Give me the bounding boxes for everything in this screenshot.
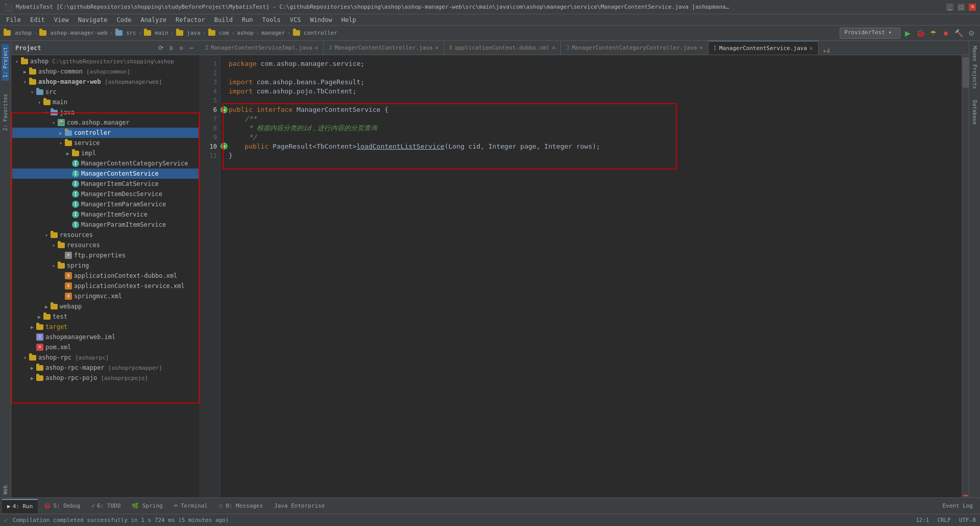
tree-item-springmvc-xml[interactable]: ▶ X springmvc.xml — [11, 291, 200, 301]
database-tab[interactable]: Database — [971, 97, 978, 128]
bottom-tab-spring[interactable]: 🌿 Spring — [127, 499, 167, 513]
tree-item-service[interactable]: ▾ service — [11, 138, 200, 148]
tree-item-mip-service[interactable]: ▶ I ManagerItemParamService — [11, 199, 200, 209]
tab-mc-service[interactable]: I ManagerContentService.java ✕ — [708, 41, 819, 55]
code-line-10: public PageResult<TbContent> loadContent… — [229, 142, 962, 151]
menu-tools[interactable]: Tools — [258, 15, 285, 25]
tab-service-impl[interactable]: I ManagerContentServiceImpl.java ✕ — [200, 41, 324, 55]
tree-item-main[interactable]: ▾ main — [11, 97, 200, 107]
breadcrumb-controller[interactable]: controller — [304, 30, 337, 36]
settings-panel-icon[interactable]: ⚙ — [177, 44, 185, 52]
bottom-tab-debug[interactable]: 🐞 5: Debug — [39, 499, 85, 513]
tab-dubbo-xml[interactable]: X applicationContext-dubbo.xml ✕ — [444, 41, 561, 55]
breadcrumb-com[interactable]: com — [219, 30, 229, 36]
tree-item-controller[interactable]: ▶ controller — [11, 128, 200, 138]
maximize-button[interactable]: □ — [958, 4, 965, 11]
tree-item-mic-service[interactable]: ▶ I ManagerItemCatService — [11, 179, 200, 189]
tab-close-dubbo[interactable]: ✕ — [552, 44, 556, 51]
tree-item-manager-web[interactable]: ▾ ashop-manager-web [ashopmanagerweb] — [11, 77, 200, 87]
tab-close-ctrl[interactable]: ✕ — [435, 44, 438, 51]
tree-item-mpi-service[interactable]: ▶ I ManagerParamItemService — [11, 220, 200, 230]
breadcrumb-java[interactable]: java — [187, 30, 201, 36]
bottom-tab-run[interactable]: ▶ 4: Run — [2, 499, 38, 513]
settings-button[interactable]: ⚙ — [966, 28, 977, 39]
tree-item-mid-service[interactable]: ▶ I ManagerItemDescService — [11, 189, 200, 199]
tab-close-mc[interactable]: ✕ — [810, 45, 813, 52]
debug-button[interactable]: 🐞 — [915, 28, 926, 39]
tree-item-rpc-mapper[interactable]: ▶ ashop-rpc-mapper [ashoprpcmapper] — [11, 363, 200, 373]
bottom-tab-messages[interactable]: ☐ 0: Messages — [214, 499, 268, 513]
tree-item-resources[interactable]: ▾ resources — [11, 230, 200, 240]
web-tab[interactable]: Web — [2, 482, 9, 497]
code-content[interactable]: package com.ashop.manager.service; impor… — [220, 55, 962, 497]
tree-item-package[interactable]: ▾ 📦 com.ashop.manager — [11, 117, 200, 128]
tree-item-service-xml[interactable]: ▶ X applicationContext-service.xml — [11, 281, 200, 291]
menu-navigate[interactable]: Navigate — [74, 15, 112, 25]
menu-help[interactable]: Help — [337, 15, 360, 25]
menu-vcs[interactable]: VCS — [286, 15, 305, 25]
tab-overflow[interactable]: ▾4 — [819, 47, 834, 55]
tree-item-pom[interactable]: ▶ M pom.xml — [11, 342, 200, 352]
project-panel-tab[interactable]: 1: Project — [2, 44, 9, 81]
minimize-panel-icon[interactable]: — — [187, 44, 195, 52]
maven-projects-tab[interactable]: Maven Projects — [971, 43, 978, 92]
editor-scrollbar[interactable] — [962, 55, 969, 497]
tab-close-impl[interactable]: ✕ — [315, 44, 318, 51]
tree-item-spring[interactable]: ▾ spring — [11, 260, 200, 271]
run-button[interactable]: ▶ — [902, 28, 913, 39]
menu-edit[interactable]: Edit — [26, 15, 49, 25]
tree-item-impl[interactable]: ▶ impl — [11, 148, 200, 158]
tree-item-ftp[interactable]: ▶ P ftp.properties — [11, 250, 200, 260]
tree-item-dubbo-xml[interactable]: ▶ X applicationContext-dubbo.xml — [11, 271, 200, 281]
close-button[interactable]: ✕ — [969, 4, 976, 11]
tree-item-iml[interactable]: ▶ I ashopmanagerweb.iml — [11, 332, 200, 342]
line-ending[interactable]: CRLF — [937, 517, 951, 523]
tree-item-resources-sub[interactable]: ▾ resources — [11, 240, 200, 250]
tree-item-mcc-service[interactable]: ▶ I ManagerContentCategoryService — [11, 158, 200, 169]
menu-view[interactable]: View — [50, 15, 73, 25]
tab-cat-controller[interactable]: J ManagerContentCategoryController.java … — [561, 41, 708, 55]
cursor-position[interactable]: 12:1 — [916, 517, 929, 523]
bottom-tab-event-log[interactable]: Event Log — [937, 499, 978, 513]
tree-item-target[interactable]: ▶ target — [11, 322, 200, 332]
favorites-tab[interactable]: 2: Favorites — [2, 91, 9, 134]
menu-run[interactable]: Run — [238, 15, 257, 25]
menu-analyze[interactable]: Analyze — [136, 15, 170, 25]
menu-window[interactable]: Window — [306, 15, 336, 25]
breadcrumb-src[interactable]: src — [126, 30, 136, 36]
menu-refactor[interactable]: Refactor — [172, 15, 209, 25]
tree-item-test[interactable]: ▶ test — [11, 312, 200, 322]
tree-item-mc-service[interactable]: ▶ I ManagerContentService — [11, 169, 200, 179]
tree-item-src[interactable]: ▾ src — [11, 87, 200, 97]
encoding[interactable]: UTF-8 — [959, 517, 976, 523]
tree-item-ashop-rpc[interactable]: ▾ ashop-rpc [ashoprpc] — [11, 352, 200, 363]
breadcrumb-main[interactable]: main — [155, 30, 168, 36]
xml-icon-dubbo: X — [64, 272, 72, 280]
bottom-tab-java-enterprise[interactable]: Java Enterprise — [269, 499, 330, 513]
tree-item-ashop-common[interactable]: ▶ ashop-common [ashopcommon] — [11, 66, 200, 77]
tree-item-ashop[interactable]: ▾ ashop C:\githubRepositories\shopping\a… — [11, 56, 200, 66]
breadcrumb-ashop[interactable]: ashop — [15, 30, 32, 36]
tree-item-webapp[interactable]: ▶ webapp — [11, 301, 200, 312]
tab-close-cat[interactable]: ✕ — [699, 44, 703, 51]
breadcrumb-manager[interactable]: manager — [261, 30, 285, 36]
coverage-button[interactable]: ☂ — [927, 28, 939, 39]
bottom-tab-terminal[interactable]: ⌨ Terminal — [169, 499, 213, 513]
sort-icon[interactable]: ≡ — [167, 44, 175, 52]
sync-icon[interactable]: ⟳ — [157, 44, 165, 52]
build-button[interactable]: 🔨 — [953, 28, 964, 39]
menu-code[interactable]: Code — [113, 15, 136, 25]
menu-build[interactable]: Build — [210, 15, 237, 25]
scrollbar-thumb[interactable] — [963, 57, 969, 88]
breadcrumb-manager-web[interactable]: ashop-manager-web — [50, 30, 108, 36]
tree-item-rpc-pojo[interactable]: ▶ ashop-rpc-pojo [ashoprpcpojo] — [11, 373, 200, 383]
menu-file[interactable]: File — [2, 15, 25, 25]
breadcrumb-ashop2[interactable]: ashop — [237, 30, 254, 36]
tab-controller[interactable]: J ManagerContentController.java ✕ — [324, 41, 444, 55]
tree-item-java[interactable]: ▾ java — [11, 107, 200, 117]
stop-button[interactable]: ■ — [940, 28, 951, 39]
tree-item-mi-service[interactable]: ▶ I ManagerItemService — [11, 209, 200, 220]
minimize-button[interactable]: _ — [946, 4, 953, 11]
run-configuration-dropdown[interactable]: ProviderTest ▾ — [840, 28, 900, 39]
bottom-tab-todo[interactable]: ✓ 6: TODO — [86, 499, 126, 513]
